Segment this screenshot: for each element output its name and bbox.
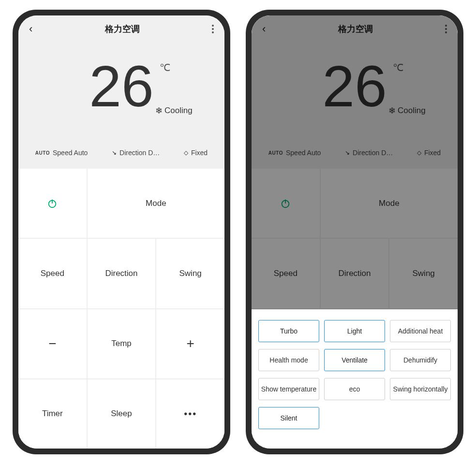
extras-option[interactable]: Health mode xyxy=(258,349,319,371)
extras-option[interactable]: Silent xyxy=(258,407,319,429)
phone-mockup-2: ‹ 格力空调 26 ℃ ❄ Cooling AUTO Speed Auto ↘ … xyxy=(246,10,463,454)
temp-label: Temp xyxy=(88,309,156,378)
direction-arrow-icon: ↘ xyxy=(112,149,117,156)
page-title: 格力空调 xyxy=(105,23,140,35)
mode-button[interactable]: Mode xyxy=(88,169,224,238)
extras-option[interactable]: Turbo xyxy=(258,320,319,342)
extras-option[interactable]: Additional heat xyxy=(390,320,451,342)
extras-option[interactable]: Swing horizontally xyxy=(390,378,451,400)
status-speed[interactable]: AUTO Speed Auto xyxy=(35,149,88,157)
swing-icon: ◇ xyxy=(184,149,188,156)
more-menu-button[interactable] xyxy=(212,25,214,33)
temp-plus-button[interactable]: + xyxy=(156,309,224,378)
extras-button[interactable]: ••• xyxy=(156,379,224,449)
back-button[interactable]: ‹ xyxy=(29,23,32,35)
snowflake-icon: ❄ xyxy=(155,105,163,116)
sleep-button[interactable]: Sleep xyxy=(88,379,156,449)
temperature-display: 26 ℃ ❄ Cooling xyxy=(18,43,224,125)
ellipsis-icon: ••• xyxy=(184,408,197,420)
phone-mockup-1: ‹ 格力空调 26 ℃ ❄ Cooling AUTO Speed Auto ↘ … xyxy=(13,10,230,454)
speed-button[interactable]: Speed xyxy=(18,239,87,308)
status-row: AUTO Speed Auto ↘ Direction D… ◇ Fixed xyxy=(18,125,224,169)
temp-minus-button[interactable]: − xyxy=(18,309,87,378)
temperature-value: 26 xyxy=(89,57,153,115)
extras-option[interactable]: Show temperature xyxy=(258,378,319,400)
direction-button[interactable]: Direction xyxy=(88,239,156,308)
extras-sheet: TurboLightAdditional heatHealth modeVent… xyxy=(252,309,458,449)
extras-option[interactable]: Dehumidify xyxy=(390,349,451,371)
minus-icon: − xyxy=(48,336,56,351)
extras-option[interactable]: eco xyxy=(324,378,385,400)
screen-1: ‹ 格力空调 26 ℃ ❄ Cooling AUTO Speed Auto ↘ … xyxy=(18,15,224,449)
plus-icon: + xyxy=(186,336,194,351)
power-button[interactable] xyxy=(18,169,87,238)
temperature-unit: ℃ xyxy=(160,62,170,73)
power-icon xyxy=(47,198,58,209)
status-swing[interactable]: ◇ Fixed xyxy=(184,149,208,157)
screen-2: ‹ 格力空调 26 ℃ ❄ Cooling AUTO Speed Auto ↘ … xyxy=(252,15,458,449)
swing-button[interactable]: Swing xyxy=(156,239,224,308)
header-bar: ‹ 格力空调 xyxy=(18,15,224,43)
timer-button[interactable]: Timer xyxy=(18,379,87,449)
extras-option[interactable]: Light xyxy=(324,320,385,342)
extras-option[interactable]: Ventilate xyxy=(324,349,385,371)
status-direction[interactable]: ↘ Direction D… xyxy=(112,149,160,157)
controls-grid: Mode Speed Direction Swing − Temp + Time… xyxy=(18,169,224,449)
current-mode: ❄ Cooling xyxy=(155,105,193,116)
auto-icon: AUTO xyxy=(35,150,50,156)
mode-label: Cooling xyxy=(164,106,193,116)
